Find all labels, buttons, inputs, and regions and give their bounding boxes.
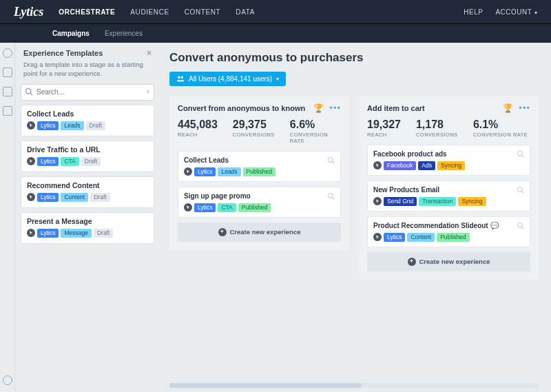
panel-help-text: Drag a template into a stage as a starti… <box>21 61 154 84</box>
audience-selector[interactable]: All Users (4,884,141 users) ▾ <box>169 72 286 86</box>
search-icon <box>25 87 33 97</box>
logo: Lytics <box>14 5 43 19</box>
tag: CTA <box>218 203 236 212</box>
stage-title: Add item to cart <box>367 104 425 112</box>
tag: Send Grid <box>384 197 417 206</box>
create-experience-button[interactable]: +Create new experience <box>178 223 341 242</box>
tag: Message <box>61 229 92 238</box>
experience-title: Product Recommendation Slideout💬 <box>373 222 524 229</box>
tag: Lytics <box>194 203 216 212</box>
tag: Content <box>61 193 88 202</box>
stat-value: 1,178 <box>416 118 458 131</box>
rail-layout-icon[interactable] <box>3 68 12 77</box>
svg-line-5 <box>333 161 335 163</box>
nav-audience[interactable]: AUDIENCE <box>130 8 169 16</box>
tag: Transaction <box>419 197 456 206</box>
plus-icon: + <box>408 258 416 266</box>
experience-title: Sign up page promo <box>184 192 335 200</box>
subnav-experiences[interactable]: Experiences <box>105 30 143 37</box>
cursor-icon <box>184 203 192 212</box>
help-link[interactable]: HELP <box>464 8 483 16</box>
cursor-icon <box>27 121 35 130</box>
cursor-icon <box>27 157 35 165</box>
tag: Lytics <box>384 233 405 242</box>
stage-card: Convert from anonymous to known🏆•••445,0… <box>169 96 349 250</box>
stat-value: 445,083 <box>178 118 218 131</box>
magnify-icon[interactable] <box>517 222 524 231</box>
stat-label: REACH <box>367 132 401 138</box>
comment-icon: 💬 <box>490 222 499 229</box>
subnav-campaigns[interactable]: Campaigns <box>52 30 90 37</box>
account-menu[interactable]: ACCOUNT ▾ <box>495 8 537 16</box>
chevron-down-icon: ▾ <box>276 76 279 82</box>
tag: Draft <box>94 229 113 238</box>
experience-card[interactable]: Product Recommendation Slideout💬LyticsCo… <box>367 216 530 247</box>
cursor-icon <box>373 197 382 205</box>
magnify-icon[interactable] <box>327 156 335 165</box>
tag: Facebook <box>384 161 416 170</box>
nav-content[interactable]: CONTENT <box>185 8 221 16</box>
magnify-icon[interactable] <box>327 192 335 201</box>
tag: CTA <box>61 157 79 166</box>
page-title: Convert anonymous to purchasers <box>169 51 539 65</box>
magnify-icon[interactable] <box>517 150 524 159</box>
stage-card: Add item to cart🏆•••19,327REACH1,178CONV… <box>359 96 539 280</box>
magnify-icon[interactable] <box>517 186 524 195</box>
trophy-icon[interactable]: 🏆 <box>503 103 513 113</box>
tag: Lytics <box>37 121 59 130</box>
svg-point-10 <box>517 187 522 192</box>
tag: Published <box>243 167 276 176</box>
subbar: Campaigns Experiences <box>0 23 551 43</box>
stat-label: CONVERSIONS <box>233 132 275 138</box>
close-icon[interactable]: × <box>147 48 152 58</box>
template-card[interactable]: Present a MessageLyticsMessageDraft <box>21 212 154 244</box>
clear-search-icon[interactable]: × <box>146 87 150 96</box>
trophy-icon[interactable]: 🏆 <box>313 103 324 113</box>
cursor-icon <box>27 193 35 201</box>
tag: Content <box>407 233 435 242</box>
template-title: Drive Traffic to a URL <box>27 145 148 154</box>
rail-copy-icon[interactable] <box>3 106 12 116</box>
template-card[interactable]: Collect LeadsLyticsLeadsDraft <box>21 105 154 136</box>
tag: Lytics <box>37 193 59 202</box>
search-input[interactable] <box>21 84 154 101</box>
nav-orchestrate[interactable]: ORCHESTRATE <box>59 8 115 16</box>
tag: Published <box>437 233 469 242</box>
template-title: Recommend Content <box>27 181 148 189</box>
template-card[interactable]: Recommend ContentLyticsContentDraft <box>21 176 154 208</box>
nav-data[interactable]: DATA <box>236 8 255 16</box>
svg-point-6 <box>328 193 333 198</box>
cursor-icon <box>27 229 35 237</box>
rail-help-icon[interactable] <box>3 375 12 385</box>
rail-clock-icon[interactable] <box>3 48 12 58</box>
create-label: Create new experience <box>230 228 301 236</box>
experience-card[interactable]: Sign up page promoLyticsCTAPublished <box>178 187 341 218</box>
panel-title: Experience Templates <box>23 49 103 57</box>
stat-value: 6.1% <box>473 118 528 131</box>
experience-card[interactable]: Collect LeadsLyticsLeadsPublished <box>178 151 341 182</box>
template-card[interactable]: Drive Traffic to a URLLyticsCTADraft <box>21 141 154 172</box>
experience-card[interactable]: Facebook product adsFacebookAdsSyncing <box>367 145 530 176</box>
svg-point-12 <box>517 223 522 227</box>
svg-line-11 <box>522 191 524 193</box>
tag: Leads <box>61 121 83 130</box>
svg-point-4 <box>328 157 333 162</box>
topbar: Lytics ORCHESTRATE AUDIENCE CONTENT DATA… <box>0 0 551 23</box>
rail-grid-icon[interactable] <box>3 87 12 96</box>
create-experience-button[interactable]: +Create new experience <box>367 252 530 271</box>
svg-line-13 <box>522 227 524 229</box>
more-icon[interactable]: ••• <box>519 103 530 113</box>
horizontal-scrollbar[interactable] <box>169 383 539 388</box>
tag: Syncing <box>437 161 465 170</box>
experience-card[interactable]: New Products EmailSend GridTransactionSy… <box>367 180 530 212</box>
svg-line-1 <box>30 93 32 95</box>
templates-panel: Experience Templates × Drag a template i… <box>15 43 160 392</box>
tag: Draft <box>86 121 105 130</box>
svg-line-9 <box>522 155 524 157</box>
stage-title: Convert from anonymous to known <box>178 104 305 112</box>
more-icon[interactable]: ••• <box>329 103 341 113</box>
tag: Published <box>238 203 271 212</box>
svg-point-3 <box>181 76 183 78</box>
stat-label: CONVERSIONS <box>416 132 458 138</box>
main-content: Convert anonymous to purchasers All User… <box>160 43 551 392</box>
